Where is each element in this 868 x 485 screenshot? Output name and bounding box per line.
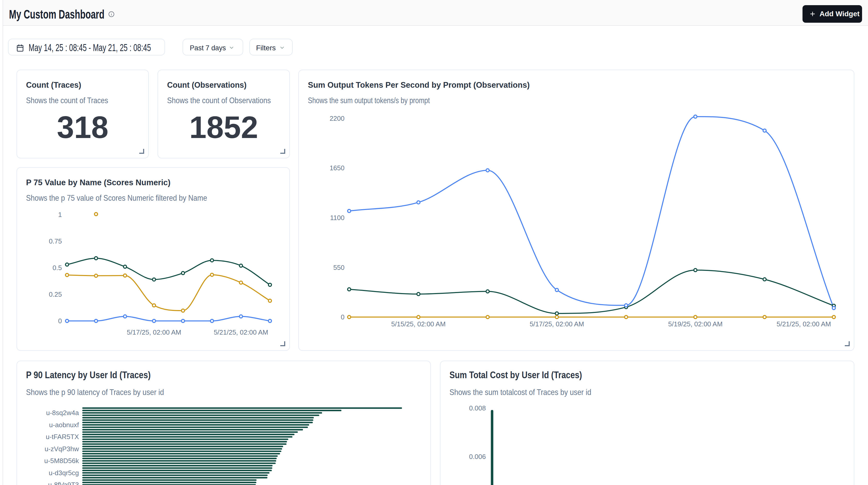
svg-text:u-tFAR5TX: u-tFAR5TX xyxy=(45,433,79,441)
svg-text:5/17/25, 02:00 AM: 5/17/25, 02:00 AM xyxy=(530,320,584,328)
svg-text:2200: 2200 xyxy=(330,115,344,122)
svg-text:u-zVqP3hw: u-zVqP3hw xyxy=(44,445,79,453)
svg-text:u-8sq2w4a: u-8sq2w4a xyxy=(46,409,79,417)
svg-text:1: 1 xyxy=(58,211,62,218)
svg-text:u-d3qr5cg: u-d3qr5cg xyxy=(49,469,79,477)
svg-text:0.75: 0.75 xyxy=(49,237,62,245)
svg-text:5/19/25, 02:00 AM: 5/19/25, 02:00 AM xyxy=(668,320,722,328)
svg-text:0: 0 xyxy=(58,317,62,325)
svg-text:0.008: 0.008 xyxy=(469,404,486,412)
svg-text:1100: 1100 xyxy=(330,214,344,222)
svg-text:5/15/25, 02:00 AM: 5/15/25, 02:00 AM xyxy=(391,320,445,328)
svg-text:0.5: 0.5 xyxy=(53,264,62,272)
svg-text:0: 0 xyxy=(341,313,344,321)
svg-text:u-8fVa9T3: u-8fVa9T3 xyxy=(48,481,79,485)
svg-text:550: 550 xyxy=(334,264,344,271)
svg-text:5/21/25, 02:00 AM: 5/21/25, 02:00 AM xyxy=(776,320,831,328)
svg-text:5/21/25, 02:00 AM: 5/21/25, 02:00 AM xyxy=(214,328,268,336)
svg-text:0.006: 0.006 xyxy=(469,453,486,460)
svg-text:u-aobnuxf: u-aobnuxf xyxy=(49,421,79,429)
svg-text:1650: 1650 xyxy=(330,164,344,172)
svg-text:0.25: 0.25 xyxy=(49,291,62,298)
svg-text:5/17/25, 02:00 AM: 5/17/25, 02:00 AM xyxy=(127,328,181,336)
svg-text:u-5M8D56k: u-5M8D56k xyxy=(44,457,79,465)
